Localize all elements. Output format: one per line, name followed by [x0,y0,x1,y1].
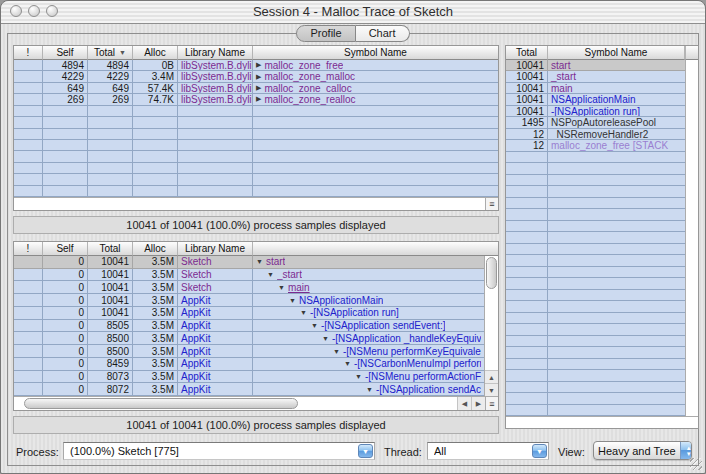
table-row[interactable] [506,359,685,370]
table-row[interactable] [506,198,685,209]
disclosure-triangle-icon[interactable]: ▼ [289,297,296,304]
column-header-library[interactable]: Library Name [178,242,253,256]
table-row[interactable] [506,209,685,220]
table-row[interactable]: 422942293.4MlibSystem.B.dylib▶malloc_zon… [14,71,498,82]
column-header-total[interactable]: Total▼ [88,46,133,60]
disclosure-triangle-icon[interactable]: ▼ [311,322,318,329]
table-row[interactable] [14,129,498,140]
table-row[interactable] [506,152,685,163]
table-row[interactable] [14,117,498,128]
disclosure-triangle-icon[interactable]: ▼ [300,309,307,316]
disclosure-triangle-icon[interactable]: ▶ [256,95,261,103]
table-row[interactable] [506,278,685,289]
scroll-right-icon[interactable]: ▶ [471,397,485,410]
zoom-icon[interactable] [46,5,58,17]
column-header-alloc[interactable]: Alloc [133,242,178,256]
disclosure-triangle-icon[interactable]: ▶ [256,84,261,92]
table-row[interactable]: 10041NSApplicationMain [506,94,685,105]
table-row[interactable] [14,151,498,162]
table-row[interactable]: 0100413.5MSketch▼main [14,281,484,294]
column-header-bang[interactable]: ! [14,46,43,60]
column-header-symbol[interactable]: Symbol Name [548,46,685,60]
disclosure-triangle-icon[interactable]: ▶ [256,61,261,69]
disclosure-triangle-icon[interactable]: ▼ [256,258,263,265]
table-row[interactable]: 12malloc_zone_free [STACK [506,140,685,151]
table-row[interactable]: 0100413.5MSketch▼_start [14,269,484,282]
table-row[interactable] [14,163,498,174]
tab-profile[interactable]: Profile [296,25,355,42]
vscroll-thumb[interactable] [486,257,497,289]
hscroll-thumb[interactable] [24,398,298,409]
table-row[interactable]: 10041start [506,60,685,71]
table-row[interactable]: 64964957.4KlibSystem.B.dylib▶malloc_zone… [14,83,498,94]
table-row[interactable] [506,382,685,393]
table-row[interactable]: 085003.5MAppKit▼-[NSApplication _handleK… [14,332,484,345]
bottom-table-hscrollbar[interactable]: ◀ ▶ ≡ [14,396,498,410]
table-row[interactable] [506,290,685,301]
table-row[interactable] [14,186,498,197]
table-row[interactable]: 085053.5MAppKit▼-[NSApplication sendEven… [14,320,484,333]
disclosure-triangle-icon[interactable]: ▶ [256,73,261,81]
table-row[interactable] [506,336,685,347]
table-row[interactable] [506,405,685,416]
column-header-symbol[interactable]: Symbol Name [253,46,498,60]
table-row[interactable] [506,244,685,255]
column-header-bang[interactable]: ! [14,242,43,256]
disclosure-triangle-icon[interactable]: ▼ [344,360,351,367]
table-row[interactable] [506,393,685,404]
table-row[interactable]: 1495NSPopAutoreleasePool [506,117,685,128]
table-row[interactable]: 0100413.5MSketch▼start [14,256,484,269]
close-icon[interactable] [10,5,22,17]
view-popup[interactable]: Heavy and Tree ▲▼ [593,441,692,460]
table-row[interactable]: 10041-[NSApplication run] [506,106,685,117]
disclosure-triangle-icon[interactable]: ▼ [322,335,329,342]
table-row[interactable]: 0100413.5MAppKit▼-[NSApplication run] [14,307,484,320]
table-row[interactable] [506,232,685,243]
table-row[interactable]: 489448940BlibSystem.B.dylib▶malloc_zone_… [14,60,498,71]
column-header-self[interactable]: Self [43,242,88,256]
column-header-alloc[interactable]: Alloc [133,46,178,60]
top-table-hscrollbar[interactable]: ≡ [14,197,498,210]
table-row[interactable] [506,313,685,324]
disclosure-triangle-icon[interactable]: ▼ [267,271,274,278]
scroll-up-icon[interactable]: ▲ [485,370,498,383]
column-header-total[interactable]: Total [506,46,548,60]
disclosure-triangle-icon[interactable]: ▼ [333,348,340,355]
table-row[interactable] [506,370,685,381]
table-row[interactable] [14,140,498,151]
bottom-table-vscrollbar[interactable]: ▲ ▼ [484,256,498,396]
table-row[interactable]: 26926974.7KlibSystem.B.dylib▶malloc_zone… [14,94,498,105]
table-row[interactable] [506,347,685,358]
scroll-left-icon[interactable]: ◀ [457,397,471,410]
table-row[interactable]: 085003.5MAppKit▼-[NSMenu performKeyEquiv… [14,345,484,358]
popup-arrow-icon[interactable]: ▼ [532,444,547,458]
grid-view-icon[interactable]: ≡ [485,198,498,210]
table-row[interactable] [506,175,685,186]
disclosure-triangle-icon[interactable]: ▼ [278,284,285,291]
table-row[interactable] [506,186,685,197]
table-row[interactable] [506,163,685,174]
table-row[interactable]: 10041_start [506,71,685,82]
grid-view-icon[interactable]: ≡ [485,397,498,410]
column-header-total[interactable]: Total [88,242,133,256]
table-row[interactable] [506,221,685,232]
table-row[interactable]: 12_NSRemoveHandler2 [506,129,685,140]
table-row[interactable] [506,301,685,312]
disclosure-triangle-icon[interactable]: ▼ [366,386,373,393]
column-header-library[interactable]: Library Name [178,46,253,60]
tab-chart[interactable]: Chart [356,25,410,42]
table-row[interactable] [14,174,498,185]
table-row[interactable] [506,324,685,335]
table-row[interactable]: 080733.5MAppKit▼-[NSMenu performActionFo… [14,371,484,384]
thread-popup[interactable]: All ▼ [427,442,549,460]
table-row[interactable] [506,255,685,266]
process-popup[interactable]: (100.0%) Sketch [775] ▼ [63,442,375,460]
table-row[interactable]: 10041main [506,83,685,94]
minimize-icon[interactable] [28,5,40,17]
popup-arrow-icon[interactable]: ▼ [358,444,373,458]
table-row[interactable] [506,267,685,278]
table-row[interactable] [14,106,498,117]
scroll-down-icon[interactable]: ▼ [485,383,498,396]
column-header-self[interactable]: Self [43,46,88,60]
right-table-vscrollbar[interactable] [685,60,698,416]
